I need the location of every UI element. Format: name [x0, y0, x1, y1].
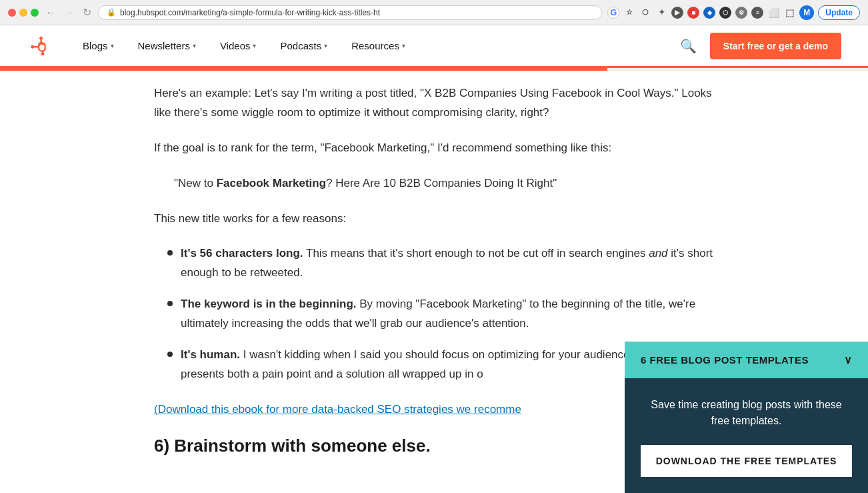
download-templates-button[interactable]: DOWNLOAD THE FREE TEMPLATES	[641, 445, 852, 470]
forward-button[interactable]: →	[64, 7, 75, 19]
resources-chevron-icon: ▾	[402, 42, 405, 49]
ext-icon-5[interactable]: ⚙	[735, 7, 747, 19]
article-paragraph-3: This new title works for a few reasons:	[154, 209, 714, 229]
update-button[interactable]: Update	[818, 5, 860, 20]
minimize-dot[interactable]	[19, 9, 27, 17]
url-text: blog.hubspot.com/marketing/a-simple-form…	[120, 8, 380, 17]
cta-description-text: Save time creating blog posts with these…	[641, 397, 852, 429]
newsletters-chevron-icon: ▾	[193, 42, 196, 49]
ext-icon-1[interactable]: ▶	[671, 7, 683, 19]
article-paragraph-1: Here's an example: Let's say I'm writing…	[154, 84, 714, 123]
nav-newsletters[interactable]: Newsletters ▾	[126, 25, 208, 67]
list-item-text: The keyword is in the beginning. By movi…	[181, 295, 714, 334]
list-item: It's 56 characters long. This means that…	[167, 244, 714, 283]
nav-resources[interactable]: Resources ▾	[339, 25, 417, 67]
list-bold-2: The keyword is in the beginning.	[181, 298, 357, 310]
cta-popup-header[interactable]: 6 FREE BLOG POST TEMPLATES ∨	[625, 342, 868, 378]
ext-icon-6[interactable]: ≡	[751, 7, 763, 19]
nav-right-section: 🔍 Start free or get a demo	[680, 33, 841, 59]
list-item-text: It's 56 characters long. This means that…	[181, 244, 714, 283]
bullet-dot-icon	[167, 352, 173, 357]
nav-videos[interactable]: Videos ▾	[208, 25, 269, 67]
window-icon[interactable]: ⬚	[783, 7, 795, 19]
back-button[interactable]: ←	[45, 7, 56, 19]
nav-podcasts[interactable]: Podcasts ▾	[268, 25, 339, 67]
star-icon[interactable]: ✦	[655, 7, 667, 19]
quote-suffix: ? Here Are 10 B2B Companies Doing It Rig…	[326, 177, 557, 189]
nav-blogs[interactable]: Blogs ▾	[71, 25, 126, 67]
user-avatar[interactable]: M	[799, 5, 814, 20]
quote-prefix: "New to	[174, 177, 217, 189]
article-blockquote: "New to Facebook Marketing? Here Are 10 …	[174, 174, 714, 193]
cta-chevron-icon: ∨	[844, 354, 852, 366]
tab-icon[interactable]: ⬜	[767, 7, 779, 19]
google-icon[interactable]: G	[607, 7, 619, 19]
list-text-3: I wasn't kidding when I said you should …	[181, 348, 699, 380]
bullet-dot-icon	[167, 301, 173, 306]
ext-icon-2[interactable]: ■	[687, 7, 699, 19]
browser-window-controls	[8, 9, 39, 17]
videos-chevron-icon: ▾	[253, 42, 256, 49]
blogs-chevron-icon: ▾	[111, 42, 114, 49]
screenshot-icon[interactable]: ⬡	[639, 7, 651, 19]
ext-icon-4[interactable]: ⬡	[719, 7, 731, 19]
bullet-dot-icon	[167, 250, 173, 256]
quote-bold: Facebook Marketing	[217, 177, 326, 189]
list-bold-1: It's 56 characters long.	[181, 247, 303, 260]
main-navigation: Blogs ▾ Newsletters ▾ Videos ▾ Podcasts …	[0, 25, 868, 68]
cta-popup: 6 FREE BLOG POST TEMPLATES ∨ Save time c…	[625, 342, 868, 470]
hubspot-logo[interactable]	[27, 34, 51, 58]
article-paragraph-2: If the goal is to rank for the term, "Fa…	[154, 139, 714, 158]
close-dot[interactable]	[8, 9, 16, 17]
download-ebook-link[interactable]: (Download this ebook for more data-backe…	[154, 403, 521, 416]
podcasts-chevron-icon: ▾	[324, 42, 327, 49]
maximize-dot[interactable]	[31, 9, 39, 17]
bookmark-icon[interactable]: ☆	[623, 7, 635, 19]
browser-chrome: ← → ↻ 🔒 blog.hubspot.com/marketing/a-sim…	[0, 0, 868, 25]
search-icon[interactable]: 🔍	[680, 38, 697, 54]
browser-toolbar-right: G ☆ ⬡ ✦ ▶ ■ ◈ ⬡ ⚙ ≡ ⬜ ⬚ M Update	[607, 5, 860, 20]
address-bar[interactable]: 🔒 blog.hubspot.com/marketing/a-simple-fo…	[98, 5, 602, 20]
reload-button[interactable]: ↻	[83, 6, 91, 19]
start-cta-button[interactable]: Start free or get a demo	[710, 33, 841, 59]
list-item: The keyword is in the beginning. By movi…	[167, 295, 714, 334]
nav-links: Blogs ▾ Newsletters ▾ Videos ▾ Podcasts …	[71, 25, 680, 67]
ext-icon-3[interactable]: ◈	[703, 7, 715, 19]
cta-title: 6 FREE BLOG POST TEMPLATES	[641, 354, 809, 366]
cta-popup-body: Save time creating blog posts with these…	[625, 378, 868, 470]
list-bold-3: It's human.	[181, 348, 240, 361]
